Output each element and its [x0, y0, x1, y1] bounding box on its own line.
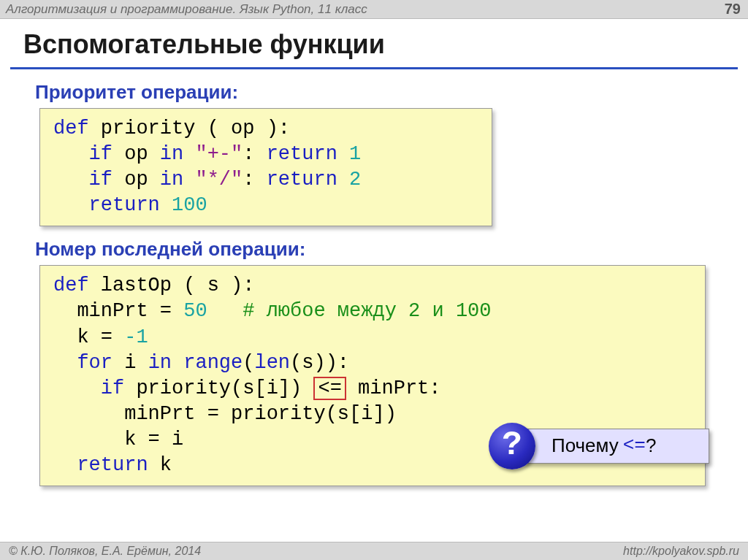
code-line: k = -1	[53, 325, 692, 350]
footer-url: http://kpolyakov.spb.ru	[623, 545, 739, 558]
content-area: Приоритет операции: def priority ( op ):…	[0, 69, 748, 486]
title-area: Вспомогательные функции	[0, 19, 748, 64]
code-lastop: def lastOp ( s ): minPrt = 50 # любое ме…	[39, 265, 706, 486]
question-text: Почему	[552, 434, 619, 459]
code-line: minPrt = priority(s[i])	[53, 402, 692, 427]
footer-bar: © К.Ю. Поляков, Е.А. Ерёмин, 2014 http:/…	[0, 542, 748, 560]
page-number: 79	[725, 1, 741, 18]
code-line: for i in range(len(s)):	[53, 350, 692, 376]
question-mark: ?	[646, 434, 656, 459]
footer-copyright: © К.Ю. Поляков, Е.А. Ерёмин, 2014	[9, 545, 201, 558]
course-title: Алгоритмизация и программирование. Язык …	[6, 2, 367, 17]
code-line: if op in "+-": return 1	[53, 142, 478, 167]
highlight-box: <=	[313, 377, 346, 400]
section-lastop: Номер последней операции:	[35, 238, 719, 261]
code-line: def priority ( op ):	[53, 116, 478, 142]
slide-title: Вспомогательные функции	[23, 29, 725, 60]
code-line: if op in "*/": return 2	[53, 167, 478, 193]
question-box: Почему <= ?	[523, 429, 709, 464]
code-priority: def priority ( op ): if op in "+-": retu…	[39, 108, 492, 226]
question-badge-icon: ?	[489, 423, 535, 469]
code-line: return 100	[53, 193, 478, 218]
code-line: minPrt = 50 # любое между 2 и 100	[53, 299, 692, 324]
header-bar: Алгоритмизация и программирование. Язык …	[0, 0, 748, 19]
section-priority: Приоритет операции:	[35, 81, 719, 104]
question-operator: <=	[623, 434, 646, 459]
code-line: def lastOp ( s ):	[53, 273, 692, 299]
code-line: if priority(s[i]) <= minPrt:	[53, 376, 692, 402]
